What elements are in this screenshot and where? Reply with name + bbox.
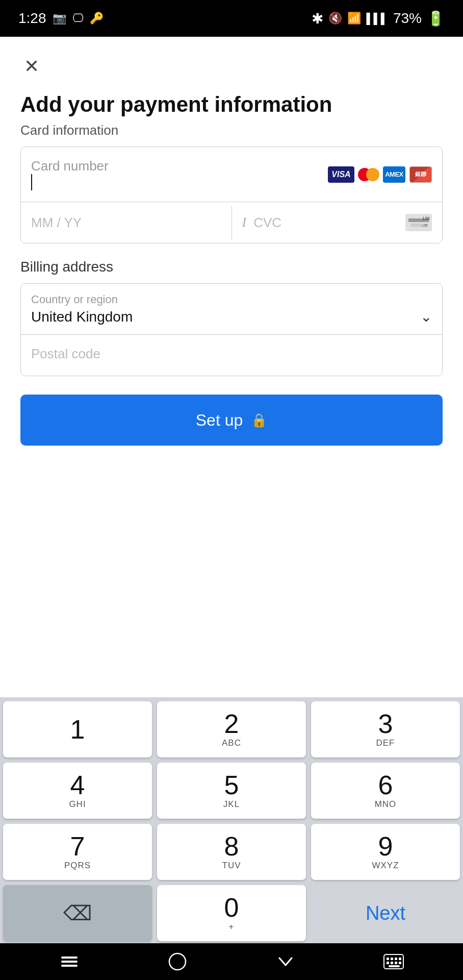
keyboard-area: 1 2 ABC 3 DEF 4 GHI 5 JKL 6 MNO [0, 697, 463, 943]
postal-row[interactable]: Postal code [21, 335, 442, 376]
svg-rect-0 [408, 215, 429, 230]
svg-rect-17 [389, 965, 400, 967]
mastercard-logo [358, 166, 379, 183]
close-icon: ✕ [24, 57, 39, 76]
cvc-placeholder: CVC [253, 215, 281, 231]
key-0[interactable]: 0 + [157, 885, 306, 941]
country-row[interactable]: Country or region United Kingdom ⌄ [21, 284, 442, 335]
key-4[interactable]: 4 GHI [3, 763, 152, 819]
main-content: ✕ Add your payment information Card info… [0, 37, 463, 980]
status-left: 1:28 📷 🖵 🔑 [18, 10, 104, 27]
svg-rect-1 [408, 218, 429, 222]
delete-icon: ⌫ [63, 901, 92, 925]
cvc-icon: 135 [405, 214, 432, 231]
status-bar: 1:28 📷 🖵 🔑 ✱ 🔇 📶 ▌▌▌ 73% 🔋 [0, 0, 463, 37]
key-6[interactable]: 6 MNO [311, 763, 460, 819]
svg-text:135: 135 [422, 224, 428, 227]
status-right: ✱ 🔇 📶 ▌▌▌ 73% 🔋 [312, 10, 445, 27]
wifi-icon: 📶 [347, 12, 361, 25]
svg-rect-6 [61, 965, 78, 967]
bluetooth-icon: ✱ [312, 10, 323, 27]
key-next[interactable]: Next [311, 885, 460, 941]
unionpay-logo: 銀聯 [409, 166, 432, 183]
svg-rect-16 [399, 962, 401, 964]
chevron-down-icon: ⌄ [420, 308, 432, 325]
svg-rect-7 [169, 953, 186, 970]
key-7[interactable]: 7 PQRS [3, 824, 152, 880]
cast-icon: 🖵 [72, 12, 84, 25]
key-9[interactable]: 9 WXYZ [311, 824, 460, 880]
close-button[interactable]: ✕ [20, 55, 43, 78]
mute-icon: 🔇 [328, 12, 342, 25]
keyboard-grid: 1 2 ABC 3 DEF 4 GHI 5 JKL 6 MNO [3, 701, 460, 941]
svg-rect-15 [395, 962, 397, 964]
visa-logo: VISA [328, 166, 354, 183]
postal-placeholder: Postal code [31, 346, 100, 361]
svg-rect-4 [61, 957, 78, 959]
payment-form-area: ✕ Add your payment information Card info… [0, 37, 463, 461]
card-number-cursor [31, 174, 32, 190]
nav-keyboard-button[interactable] [378, 951, 409, 972]
svg-rect-10 [391, 958, 393, 960]
country-label: Country or region [31, 293, 432, 306]
key-5[interactable]: 5 JKL [157, 763, 306, 819]
expiry-cvc-row: MM / YY I CVC 135 [21, 202, 442, 243]
nav-back-button[interactable] [54, 951, 85, 972]
key-1[interactable]: 1 [3, 701, 152, 757]
country-value: United Kingdom [31, 309, 133, 325]
billing-box: Country or region United Kingdom ⌄ Posta… [20, 283, 443, 376]
country-value-row: United Kingdom ⌄ [31, 308, 432, 325]
amex-logo: AMEX [383, 166, 405, 183]
nav-bar [0, 943, 463, 980]
svg-rect-11 [395, 958, 397, 960]
key-3[interactable]: 3 DEF [311, 701, 460, 757]
lock-icon: 🔒 [251, 412, 267, 428]
nav-home-button[interactable] [162, 951, 193, 972]
card-section-label: Card information [20, 122, 443, 138]
key-8[interactable]: 8 TUV [157, 824, 306, 880]
key-2[interactable]: 2 ABC [157, 701, 306, 757]
card-number-row[interactable]: Card number VISA AMEX 銀聯 [21, 147, 442, 202]
card-input-box: Card number VISA AMEX 銀聯 [20, 146, 443, 243]
svg-rect-9 [387, 958, 389, 960]
battery-icon: 🔋 [427, 10, 445, 27]
expiry-placeholder: MM / YY [31, 215, 82, 230]
svg-rect-12 [399, 958, 401, 960]
card-logos: VISA AMEX 銀聯 [328, 166, 432, 183]
camera-icon: 📷 [53, 12, 66, 25]
setup-button-label: Set up [196, 411, 243, 430]
battery-display: 73% [393, 10, 422, 27]
next-label: Next [366, 902, 405, 924]
setup-button[interactable]: Set up 🔒 [20, 395, 443, 446]
billing-section-label: Billing address [20, 259, 443, 275]
nav-down-button[interactable] [270, 951, 301, 972]
key-icon: 🔑 [90, 12, 104, 25]
time-display: 1:28 [18, 10, 46, 27]
card-number-placeholder: Card number [31, 158, 328, 174]
page-title: Add your payment information [20, 92, 443, 117]
signal-icon: ▌▌▌ [366, 13, 388, 24]
cvc-cell[interactable]: I CVC 135 [232, 205, 443, 240]
svg-rect-14 [391, 962, 393, 964]
svg-rect-5 [61, 961, 78, 963]
expiry-cell[interactable]: MM / YY [21, 206, 232, 240]
svg-rect-13 [387, 962, 389, 964]
key-delete[interactable]: ⌫ [3, 885, 152, 941]
svg-rect-2 [410, 224, 422, 227]
